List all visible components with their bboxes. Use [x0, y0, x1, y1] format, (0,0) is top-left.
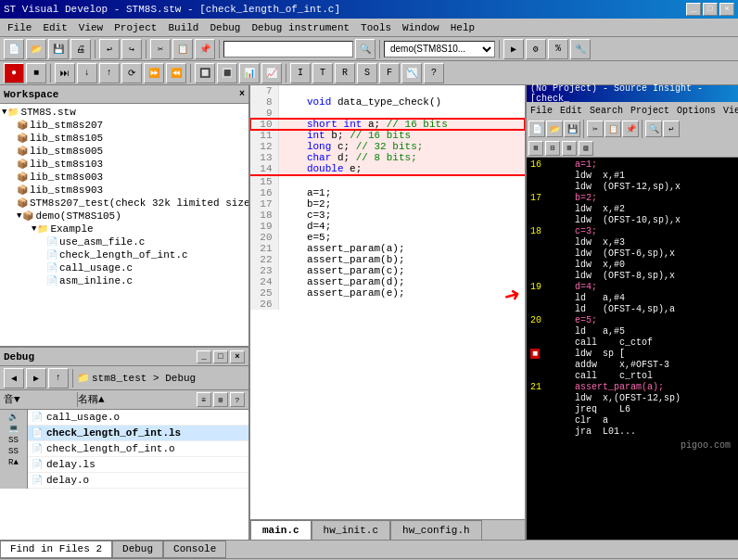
search-input[interactable] [223, 41, 353, 57]
menu-debug[interactable]: Debug [204, 20, 246, 35]
menu-tools[interactable]: Tools [355, 20, 397, 35]
si-btn-6[interactable]: 📌 [622, 121, 639, 137]
extra-btn-4[interactable]: S [357, 63, 377, 83]
close-button[interactable]: × [719, 3, 734, 16]
debug-btn-4[interactable]: ⟳ [121, 63, 142, 83]
si-code-area[interactable]: 16 a=1; ldw x,#1 ldw (OFST-12,sp),x 17 b… [527, 158, 738, 540]
si-btn-7[interactable]: 🔍 [645, 121, 662, 137]
debug-btn-6[interactable]: ⏪ [166, 63, 186, 83]
menu-window[interactable]: Window [397, 20, 445, 35]
menu-help[interactable]: Help [445, 20, 480, 35]
debug-stop[interactable]: ■ [26, 63, 46, 83]
extra-btn-7[interactable]: ? [424, 63, 444, 83]
tree-item-use-asm[interactable]: 📄 use_asm_file.c [2, 235, 247, 248]
debug-run[interactable]: ● [4, 63, 24, 83]
extra-btn-1[interactable]: I [290, 63, 311, 83]
paste-button[interactable]: 📌 [195, 39, 215, 59]
code-content[interactable] [278, 108, 525, 119]
extra-btn-2[interactable]: T [312, 63, 333, 83]
si-menu-project[interactable]: Project [627, 106, 673, 116]
tree-item-stm8sstw[interactable]: ▼ 📁 STM8S.stw [2, 106, 247, 119]
si-menu-edit[interactable]: Edit [556, 106, 586, 116]
code-content[interactable]: assert_param(a); [278, 243, 525, 254]
cut-button[interactable]: ✂ [150, 39, 171, 59]
code-content[interactable] [278, 85, 525, 96]
tab-hw-config[interactable]: hw_config.h [390, 520, 482, 540]
code-area[interactable]: 7 8 void data_type_check() 9 10 short in… [250, 85, 525, 519]
code-content[interactable]: b=2; [278, 198, 525, 210]
project-dropdown[interactable]: demo(STM8S10... [384, 41, 495, 57]
list-btn-3[interactable]: ? [230, 392, 245, 407]
toolbar-btn-c[interactable]: % [548, 39, 568, 59]
si-view-2[interactable]: ⊟ [545, 141, 560, 156]
si-btn-5[interactable]: 📋 [604, 121, 621, 137]
si-btn-4[interactable]: ✂ [587, 121, 604, 137]
si-view-4[interactable]: ▤ [579, 141, 593, 156]
debug-btn-1[interactable]: ⏭ [55, 63, 75, 83]
code-content[interactable]: a=1; [278, 187, 525, 198]
extra-btn-6[interactable]: 📉 [401, 63, 422, 83]
debug-maximize[interactable]: □ [213, 350, 228, 363]
debug-up[interactable]: ↑ [48, 368, 69, 388]
code-content[interactable]: assert_param(c); [278, 265, 525, 276]
si-view-3[interactable]: ⊠ [562, 141, 577, 156]
code-content[interactable]: c=3; [278, 210, 525, 221]
tree-item-lib207[interactable]: 📦 lib_stm8s207 [2, 119, 247, 132]
debug-btn-3[interactable]: ↑ [99, 63, 120, 83]
code-content[interactable]: long c; // 32 bits; [278, 141, 525, 152]
debug-btn-10[interactable]: 📈 [261, 63, 282, 83]
menu-debug-instrument[interactable]: Debug instrument [246, 20, 355, 35]
si-btn-3[interactable]: 💾 [564, 121, 580, 137]
si-btn-2[interactable]: 📂 [546, 121, 563, 137]
list-btn-2[interactable]: ⊞ [213, 392, 228, 407]
tree-item-lib105[interactable]: 📦 lib_stm8s105 [2, 132, 247, 145]
si-view-1[interactable]: ⊞ [528, 141, 543, 156]
debug-file-check-ls[interactable]: 📄 check_length_of_int.ls [28, 426, 248, 441]
debug-file-check-o[interactable]: 📄 check_length_of_int.o [28, 441, 248, 457]
minimize-button[interactable]: _ [686, 3, 701, 16]
code-content[interactable]: short int a; // 16 bits [278, 119, 525, 130]
code-content[interactable]: assert_param(d); [278, 276, 525, 287]
debug-file-delay-ls[interactable]: 📄 delay.ls [28, 457, 248, 473]
si-menu-view[interactable]: View [719, 106, 738, 116]
si-menu-file[interactable]: File [527, 106, 556, 116]
debug-btn-2[interactable]: ↓ [77, 63, 97, 83]
tree-item-asm-inline[interactable]: 📄 asm_inline.c [2, 274, 247, 287]
code-content[interactable] [278, 175, 525, 187]
redo-button[interactable]: ↪ [121, 39, 142, 59]
code-content[interactable]: double e; [278, 163, 525, 175]
tree-item-call-usage[interactable]: 📄 call_usage.c [2, 261, 247, 274]
code-content[interactable]: assert_param(b); [278, 254, 525, 265]
workspace-tree[interactable]: ▼ 📁 STM8S.stw 📦 lib_stm8s207 📦 lib_stm8s… [0, 104, 248, 346]
code-content[interactable]: assert_param(e); [278, 287, 525, 299]
menu-view[interactable]: View [73, 20, 108, 35]
debug-close[interactable]: × [230, 350, 245, 363]
maximize-button[interactable]: □ [703, 3, 718, 16]
tab-find-files[interactable]: Find in Files 2 [0, 541, 112, 558]
debug-file-call[interactable]: 📄 call_usage.o [28, 410, 248, 426]
debug-list[interactable]: 🔊 💻 SS SS R▲ 📄 call_usage.o 📄 c [0, 410, 248, 540]
undo-button[interactable]: ↩ [99, 39, 120, 59]
copy-button[interactable]: 📋 [172, 39, 193, 59]
debug-back[interactable]: ◀ [4, 368, 24, 388]
tab-main-c[interactable]: main.c [250, 520, 312, 540]
extra-btn-5[interactable]: F [379, 63, 400, 83]
code-content[interactable]: char d; // 8 bits; [278, 152, 525, 163]
tree-item-check-length[interactable]: 📄 check_length_of_int.c [2, 248, 247, 261]
si-menu-search[interactable]: Search [586, 106, 627, 116]
open-button[interactable]: 📂 [26, 39, 46, 59]
menu-edit[interactable]: Edit [37, 20, 72, 35]
toolbar-btn-d[interactable]: 🔧 [570, 39, 591, 59]
si-btn-8[interactable]: ↩ [663, 121, 680, 137]
tree-item-lib003[interactable]: 📦 lib_stm8s003 [2, 171, 247, 184]
save-button[interactable]: 💾 [48, 39, 69, 59]
debug-btn-9[interactable]: 📊 [239, 63, 260, 83]
list-btn-1[interactable]: ≡ [197, 392, 211, 407]
code-content[interactable]: void data_type_check() [278, 96, 525, 108]
tree-item-lib005[interactable]: 📦 lib_stm8s005 [2, 145, 247, 158]
menu-project[interactable]: Project [108, 20, 162, 35]
extra-btn-3[interactable]: R [335, 63, 355, 83]
code-content[interactable] [278, 299, 525, 310]
tab-console[interactable]: Console [163, 541, 226, 558]
debug-btn-8[interactable]: 🔳 [217, 63, 237, 83]
